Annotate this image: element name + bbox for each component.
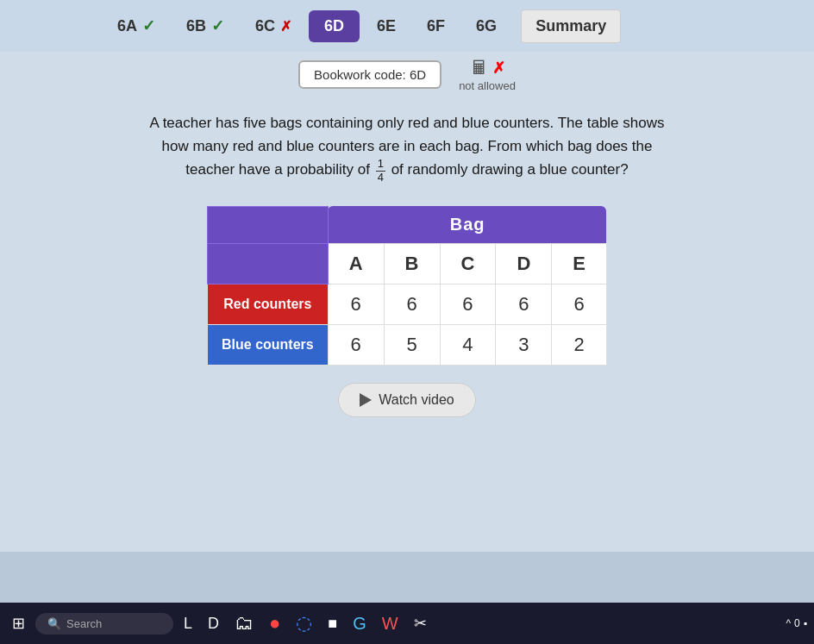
- watch-video-container: Watch video: [338, 383, 475, 417]
- tab-6a-check: ✓: [142, 16, 155, 35]
- play-icon: [360, 393, 372, 407]
- col-header-a: A: [328, 244, 384, 284]
- red-b: 6: [384, 284, 440, 325]
- tab-6c-label: 6C: [255, 17, 275, 35]
- tab-6a[interactable]: 6A ✓: [103, 9, 169, 42]
- red-counters-label: Red counters: [208, 284, 329, 325]
- row-type-header: [208, 244, 329, 284]
- tab-summary-label: Summary: [535, 17, 606, 35]
- fraction-denominator: 4: [376, 172, 385, 184]
- tab-6b-label: 6B: [186, 17, 206, 35]
- tab-6f-label: 6F: [427, 17, 445, 35]
- bookwork-area: Bookwork code: 6D 🖩 ✗ not allowed: [0, 52, 814, 101]
- tab-6d-label: 6D: [324, 17, 344, 35]
- taskbar-icon-4[interactable]: ●: [264, 609, 285, 638]
- blue-counters-row: Blue counters 6 5 4 3 2: [208, 325, 607, 366]
- tab-6e-label: 6E: [377, 17, 396, 35]
- taskbar-icon-8[interactable]: W: [377, 610, 404, 637]
- tab-6b[interactable]: 6B ✓: [172, 9, 238, 42]
- col-header-e: E: [552, 244, 607, 284]
- question-text-part1: A teacher has five bags containing only …: [150, 115, 665, 131]
- taskbar-icon-5[interactable]: ◌: [291, 609, 317, 638]
- blue-c: 4: [440, 325, 496, 366]
- taskbar-icon-9[interactable]: ✂: [409, 610, 432, 636]
- red-counters-row: Red counters 6 6 6 6 6: [208, 284, 607, 325]
- tab-6b-check: ✓: [211, 16, 224, 35]
- tab-6g-label: 6G: [476, 17, 497, 35]
- search-area[interactable]: 🔍 Search: [35, 613, 173, 635]
- blue-e: 2: [552, 325, 607, 366]
- tab-summary[interactable]: Summary: [521, 9, 621, 43]
- blue-d: 3: [496, 325, 552, 366]
- table-container: Bag A B C D E Red counters 6 6 6 6: [0, 206, 814, 366]
- question-text-part3: teacher have a probability of: [185, 162, 370, 178]
- tab-6c[interactable]: 6C ✗: [241, 10, 305, 42]
- nav-tabs: 6A ✓ 6B ✓ 6C ✗ 6D 6E 6F 6G Summary: [0, 0, 814, 52]
- taskbar-icon-6[interactable]: ■: [322, 611, 342, 636]
- system-tray: ^ 0 ▪: [786, 617, 807, 629]
- blue-a: 6: [328, 325, 384, 366]
- taskbar: ⊞ 🔍 Search L D 🗂 ● ◌ ■ G W ✂ ^ 0 ▪: [0, 603, 814, 644]
- tray-zero: 0: [794, 617, 800, 629]
- question-text-part4: of randomly drawing a blue counter?: [391, 162, 629, 178]
- watch-video-label: Watch video: [379, 392, 454, 408]
- bookwork-code: Bookwork code: 6D: [298, 60, 441, 89]
- question-text-part2: how many red and blue counters are in ea…: [162, 138, 653, 154]
- col-header-b: B: [384, 244, 440, 284]
- data-table: Bag A B C D E Red counters 6 6 6 6: [207, 206, 607, 366]
- col-header-c: C: [440, 244, 496, 284]
- blue-b: 5: [384, 325, 440, 366]
- tray-arrow: ^: [786, 617, 791, 629]
- search-label: Search: [66, 617, 102, 630]
- question-text: A teacher has five bags containing only …: [41, 101, 773, 197]
- empty-header-cell: [208, 206, 329, 244]
- bag-header: Bag: [328, 206, 606, 244]
- probability-fraction: 1 4: [376, 158, 385, 184]
- watch-video-button[interactable]: Watch video: [338, 383, 475, 417]
- search-icon: 🔍: [47, 617, 61, 630]
- calculator-icon: 🖩: [470, 57, 489, 79]
- blue-counters-label: Blue counters: [208, 325, 329, 366]
- tab-6g[interactable]: 6G: [462, 10, 510, 42]
- tab-6c-cross: ✗: [280, 18, 291, 34]
- red-d: 6: [496, 284, 552, 325]
- tab-6e[interactable]: 6E: [363, 10, 410, 42]
- taskbar-icon-1[interactable]: L: [178, 611, 197, 636]
- tab-6f[interactable]: 6F: [413, 10, 459, 42]
- taskbar-icon-3[interactable]: 🗂: [229, 609, 259, 638]
- windows-icon[interactable]: ⊞: [7, 610, 30, 636]
- red-c: 6: [440, 284, 496, 325]
- red-a: 6: [328, 284, 384, 325]
- fraction-numerator: 1: [376, 158, 385, 171]
- tab-6d[interactable]: 6D: [309, 10, 360, 42]
- col-header-d: D: [496, 244, 552, 284]
- red-e: 6: [552, 284, 607, 325]
- main-content: 6A ✓ 6B ✓ 6C ✗ 6D 6E 6F 6G Summary Bookw…: [0, 0, 814, 552]
- taskbar-icon-7[interactable]: G: [348, 610, 372, 637]
- calculator-info: 🖩 ✗ not allowed: [459, 57, 516, 92]
- calculator-x-icon: ✗: [492, 59, 505, 78]
- tray-square: ▪: [804, 617, 807, 629]
- calculator-label: not allowed: [459, 79, 516, 92]
- taskbar-icon-2[interactable]: D: [203, 611, 224, 636]
- tab-6a-label: 6A: [117, 17, 137, 35]
